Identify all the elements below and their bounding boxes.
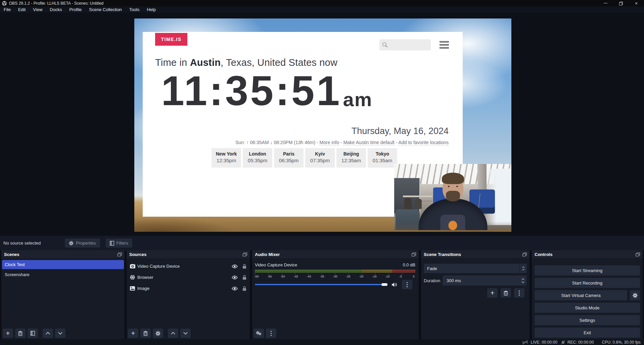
- audio-mixer-toolbar: [254, 329, 276, 338]
- popout-icon[interactable]: [412, 253, 416, 256]
- add-source-button[interactable]: +: [128, 329, 138, 338]
- popout-icon[interactable]: [118, 253, 122, 256]
- move-source-down-button[interactable]: [180, 329, 191, 338]
- add-favorite-link[interactable]: Add to favorite locations: [399, 140, 449, 145]
- lock-icon[interactable]: [242, 264, 246, 269]
- preview-region: TIME.IS Time in Austin, Texas, United St…: [0, 13, 644, 236]
- menu-docks[interactable]: Docks: [46, 6, 65, 13]
- sources-panel: Sources Video Capture Device: [127, 250, 250, 339]
- start-streaming-button[interactable]: Start Streaming: [535, 265, 640, 275]
- restore-icon: [619, 2, 623, 5]
- select-arrows-icon: [519, 264, 527, 273]
- menu-file[interactable]: File: [0, 6, 14, 13]
- source-properties-button[interactable]: [153, 329, 163, 338]
- chevron-down-icon: [58, 332, 62, 335]
- city-box-kyiv[interactable]: Kyiv07:35pm: [305, 148, 335, 168]
- gears-icon: [256, 331, 262, 336]
- gear-icon: [633, 293, 638, 298]
- remove-transition-button[interactable]: [501, 288, 511, 298]
- globe-icon: [130, 275, 137, 280]
- scene-item-clock-test[interactable]: Clock Test: [2, 260, 124, 269]
- duration-input[interactable]: 300 ms: [443, 275, 526, 286]
- controls-header[interactable]: Controls: [532, 250, 643, 259]
- speaker-icon[interactable]: [392, 282, 397, 287]
- menu-view[interactable]: View: [29, 6, 46, 13]
- advanced-audio-button[interactable]: [254, 329, 264, 338]
- exit-button[interactable]: Exit: [535, 328, 640, 338]
- mixer-menu-button[interactable]: [266, 329, 276, 338]
- city-box-tokyo[interactable]: Tokyo01:35am: [368, 148, 397, 168]
- virtual-camera-settings-button[interactable]: [630, 290, 640, 300]
- start-recording-button[interactable]: Start Recording: [535, 278, 640, 288]
- more-info-link[interactable]: More info: [320, 140, 339, 145]
- city-box-beijing[interactable]: Beijing12:35am: [336, 148, 366, 168]
- transition-menu-button[interactable]: [514, 288, 524, 298]
- eye-icon[interactable]: [232, 287, 238, 291]
- city-box-paris[interactable]: Paris06:35pm: [274, 148, 304, 168]
- live-status: LIVE: 00:00:00: [522, 340, 557, 345]
- menu-help[interactable]: Help: [143, 6, 159, 13]
- source-item-image[interactable]: Image: [127, 283, 250, 294]
- status-bar: LIVE: 00:00:00 REC: 00:00:00 CPU: 0.6%, …: [0, 339, 644, 345]
- spinner-arrows-icon[interactable]: [521, 275, 524, 286]
- volume-slider-handle[interactable]: [381, 283, 387, 286]
- city-box-london[interactable]: London05:35pm: [243, 148, 272, 168]
- vu-meter: [255, 270, 415, 272]
- popout-icon[interactable]: [636, 253, 640, 256]
- move-scene-up-button[interactable]: [43, 329, 53, 338]
- menu-tools[interactable]: Tools: [126, 6, 143, 13]
- source-item-browser[interactable]: Browser: [127, 272, 250, 283]
- duration-row: Duration 300 ms: [424, 275, 526, 286]
- scene-filters-button[interactable]: [28, 329, 38, 338]
- make-default-link[interactable]: Make Austin time default: [343, 140, 395, 145]
- move-source-up-button[interactable]: [168, 329, 178, 338]
- source-item-video-capture[interactable]: Video Capture Device: [127, 261, 250, 272]
- scene-transitions-header[interactable]: Scene Transitions: [421, 250, 530, 259]
- start-virtual-camera-button[interactable]: Start Virtual Camera: [535, 290, 627, 300]
- minimize-icon: [604, 3, 607, 3]
- popout-icon[interactable]: [522, 253, 527, 256]
- page-heading: Time in Austin, Texas, United States now: [155, 57, 337, 68]
- scenes-panel-header[interactable]: Scenes: [1, 250, 125, 259]
- mixer-channel-menu-button[interactable]: [402, 280, 412, 289]
- close-button[interactable]: ×: [629, 0, 644, 6]
- transitions-toolbar: +: [487, 288, 524, 298]
- audio-mixer-header[interactable]: Audio Mixer: [252, 250, 419, 259]
- city-box-new-york[interactable]: New York12:35pm: [212, 148, 241, 168]
- lock-icon[interactable]: [242, 286, 246, 291]
- popout-icon[interactable]: [243, 253, 247, 256]
- menu-scene-collection[interactable]: Scene Collection: [85, 6, 126, 13]
- studio-mode-button[interactable]: Studio Mode: [535, 303, 640, 313]
- lock-icon[interactable]: [242, 275, 246, 280]
- transition-select[interactable]: Fade: [424, 264, 527, 273]
- sources-toolbar: +: [128, 329, 191, 338]
- menu-profile[interactable]: Profile: [65, 6, 85, 13]
- eye-icon[interactable]: [232, 275, 238, 279]
- cpu-status: CPU: 0.6%, 30.00 fps: [602, 340, 641, 345]
- remove-source-button[interactable]: [140, 329, 151, 338]
- properties-button[interactable]: Properties: [65, 239, 100, 248]
- mixer-channel-row: Video Capture Device 0.0 dB: [255, 262, 415, 267]
- scene-item-screenshare[interactable]: Screenshare: [2, 270, 124, 279]
- duration-label: Duration: [424, 278, 443, 283]
- minimize-button[interactable]: [598, 0, 613, 6]
- preview-canvas[interactable]: TIME.IS Time in Austin, Texas, United St…: [134, 18, 511, 232]
- settings-button[interactable]: Settings: [535, 315, 640, 325]
- add-scene-button[interactable]: +: [3, 329, 13, 338]
- search-input[interactable]: [379, 39, 431, 50]
- remove-scene-button[interactable]: [15, 329, 26, 338]
- menu-edit[interactable]: Edit: [14, 6, 29, 13]
- scenes-toolbar: +: [3, 329, 65, 338]
- volume-slider[interactable]: [255, 284, 387, 285]
- rec-status: REC: 00:00:00: [561, 340, 594, 345]
- restore-button[interactable]: [613, 0, 629, 6]
- move-scene-down-button[interactable]: [55, 329, 65, 338]
- hamburger-menu-icon[interactable]: [440, 41, 449, 49]
- add-transition-button[interactable]: +: [487, 288, 498, 298]
- sources-panel-header[interactable]: Sources: [127, 250, 250, 259]
- eye-icon[interactable]: [232, 264, 238, 268]
- selection-status: No source selected: [3, 241, 41, 246]
- obs-window: OBS 29.1.2 - Profile: LLHLS BETA - Scene…: [0, 0, 644, 345]
- filters-button[interactable]: Filters: [106, 239, 132, 248]
- filter-icon: [31, 331, 35, 336]
